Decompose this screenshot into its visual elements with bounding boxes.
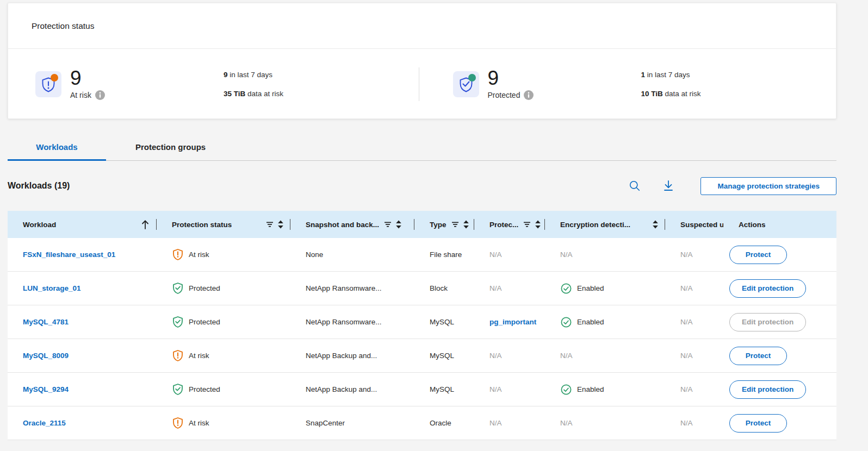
sort-icon[interactable] bbox=[652, 220, 659, 229]
suspected-user-text: N/A bbox=[680, 419, 693, 427]
snapshot-policy-text: NetApp Backup and... bbox=[306, 385, 377, 393]
type-text: MySQL bbox=[430, 352, 454, 360]
status-text: At risk bbox=[189, 250, 209, 259]
suspected-user-text: N/A bbox=[680, 352, 693, 360]
manage-protection-strategies-button[interactable]: Manage protection strategies bbox=[700, 177, 836, 195]
protected-count: 9 bbox=[488, 68, 641, 89]
sort-icon[interactable] bbox=[463, 220, 469, 229]
at-risk-shield-tile bbox=[35, 71, 61, 97]
status-cell: Protected bbox=[157, 316, 290, 328]
card-header: Protection status bbox=[8, 3, 836, 49]
protect-button[interactable]: Protect bbox=[729, 347, 787, 365]
tab-workloads[interactable]: Workloads bbox=[8, 133, 106, 161]
table-header-row: Workload Protection status Snapshot and … bbox=[8, 211, 836, 238]
tab-protection-groups[interactable]: Protection groups bbox=[106, 133, 235, 161]
at-risk-stat-main: 9 At risk bbox=[70, 68, 224, 100]
workload-link[interactable]: MySQL_4781 bbox=[23, 318, 69, 326]
protection-group-cell: N/A bbox=[474, 352, 545, 360]
protection-group-cell: N/A bbox=[474, 250, 545, 259]
protected-label: Protected bbox=[488, 91, 520, 99]
status-text: At risk bbox=[189, 419, 209, 427]
column-header-protection-group[interactable]: Protec... bbox=[474, 211, 545, 238]
protected-badge-dot bbox=[468, 74, 476, 82]
encryption-text: Enabled bbox=[577, 284, 604, 292]
enabled-check-icon bbox=[560, 384, 572, 396]
status-cell: At risk bbox=[157, 248, 290, 261]
workload-link[interactable]: FSxN_fileshare_useast_01 bbox=[23, 250, 115, 259]
filter-icon[interactable] bbox=[451, 221, 459, 228]
encryption-cell: N/A bbox=[545, 419, 665, 427]
encryption-cell: N/A bbox=[545, 250, 665, 259]
protection-group-text: N/A bbox=[489, 352, 502, 360]
edit-protection-button[interactable]: Edit protection bbox=[729, 313, 806, 331]
type-text: MySQL bbox=[430, 385, 454, 393]
workload-link[interactable]: MySQL_8009 bbox=[23, 352, 69, 360]
encryption-cell: Enabled bbox=[545, 316, 665, 328]
encryption-text: N/A bbox=[560, 352, 573, 360]
protection-group-cell: N/A bbox=[474, 284, 545, 292]
protected-meta: 1 in last 7 days 10 TiB data at risk bbox=[641, 65, 701, 103]
column-header-snapshot-backup[interactable]: Snapshot and back... bbox=[290, 211, 414, 238]
column-header-workload[interactable]: Workload bbox=[8, 211, 157, 238]
suspected-user-text: N/A bbox=[680, 385, 693, 393]
column-header-suspected-user[interactable]: Suspected us bbox=[665, 211, 723, 238]
filter-icon[interactable] bbox=[266, 221, 274, 228]
tab-workloads-label: Workloads bbox=[36, 142, 77, 152]
sort-icon[interactable] bbox=[277, 220, 284, 229]
protection-group-text: N/A bbox=[489, 419, 502, 427]
workloads-count-title: Workloads (19) bbox=[8, 181, 70, 191]
protected-stat-main: 9 Protected bbox=[488, 68, 641, 100]
enabled-check-icon bbox=[560, 316, 572, 328]
at-risk-stat: 9 At risk 9 in last 7 days 35 TiB data a… bbox=[8, 65, 419, 103]
snapshot-policy-text: NetApp Backup and... bbox=[306, 352, 377, 360]
column-header-protection-status[interactable]: Protection status bbox=[157, 211, 290, 238]
suspected-user-text: N/A bbox=[680, 318, 693, 326]
status-text: Protected bbox=[189, 284, 220, 292]
table-row: MySQL_8009 At risk NetApp Backup and... … bbox=[8, 339, 836, 373]
column-header-actions: Actions bbox=[723, 211, 836, 238]
protected-last7-count: 1 bbox=[641, 71, 646, 79]
type-text: Block bbox=[430, 284, 448, 292]
protection-group-cell: N/A bbox=[474, 385, 545, 393]
download-button[interactable] bbox=[659, 177, 678, 195]
suspected-user-text: N/A bbox=[680, 250, 693, 259]
sort-icon[interactable] bbox=[535, 220, 541, 229]
tab-protection-groups-label: Protection groups bbox=[135, 142, 206, 152]
workload-link[interactable]: Oracle_2115 bbox=[23, 419, 66, 427]
protected-shield-icon bbox=[172, 316, 184, 328]
protected-data-size: 10 TiB bbox=[641, 90, 663, 98]
protect-button[interactable]: Protect bbox=[729, 414, 787, 433]
protect-button[interactable]: Protect bbox=[729, 246, 787, 264]
column-header-type[interactable]: Type bbox=[414, 211, 474, 238]
protection-group-link[interactable]: pg_important bbox=[489, 318, 536, 326]
card-body: 9 At risk 9 in last 7 days 35 TiB data a… bbox=[8, 49, 836, 119]
encryption-text: N/A bbox=[560, 419, 573, 427]
info-icon[interactable] bbox=[524, 90, 534, 100]
search-button[interactable] bbox=[625, 177, 644, 195]
protection-status-card: Protection status 9 At risk bbox=[8, 3, 836, 119]
filter-icon[interactable] bbox=[523, 221, 531, 228]
workload-link[interactable]: LUN_storage_01 bbox=[23, 284, 81, 292]
at-risk-data-text: data at risk bbox=[245, 90, 283, 98]
sort-icon[interactable] bbox=[395, 220, 402, 229]
workloads-table: Workload Protection status Snapshot and … bbox=[8, 211, 836, 440]
table-row: LUN_storage_01 Protected NetApp Ransomwa… bbox=[8, 272, 836, 305]
encryption-cell: Enabled bbox=[545, 384, 665, 396]
status-text: Protected bbox=[189, 385, 220, 393]
at-risk-shield-icon bbox=[172, 248, 184, 261]
encryption-text: Enabled bbox=[577, 318, 604, 326]
snapshot-policy-text: SnapCenter bbox=[306, 419, 345, 427]
status-text: Protected bbox=[189, 318, 220, 326]
encryption-text: Enabled bbox=[577, 385, 604, 393]
snapshot-policy-text: NetApp Ransomware... bbox=[306, 318, 382, 326]
edit-protection-button[interactable]: Edit protection bbox=[729, 279, 806, 298]
info-icon[interactable] bbox=[95, 90, 105, 100]
type-text: File share bbox=[430, 250, 462, 259]
edit-protection-button[interactable]: Edit protection bbox=[729, 380, 806, 399]
workload-link[interactable]: MySQL_9294 bbox=[23, 385, 69, 393]
filter-icon[interactable] bbox=[384, 221, 392, 228]
at-risk-badge-dot bbox=[51, 74, 58, 82]
ransomware-protection-page: Protection status 9 At risk bbox=[0, 0, 868, 451]
column-header-encryption-detection[interactable]: Encryption detecti... bbox=[545, 211, 665, 238]
at-risk-meta: 9 in last 7 days 35 TiB data at risk bbox=[224, 65, 283, 103]
